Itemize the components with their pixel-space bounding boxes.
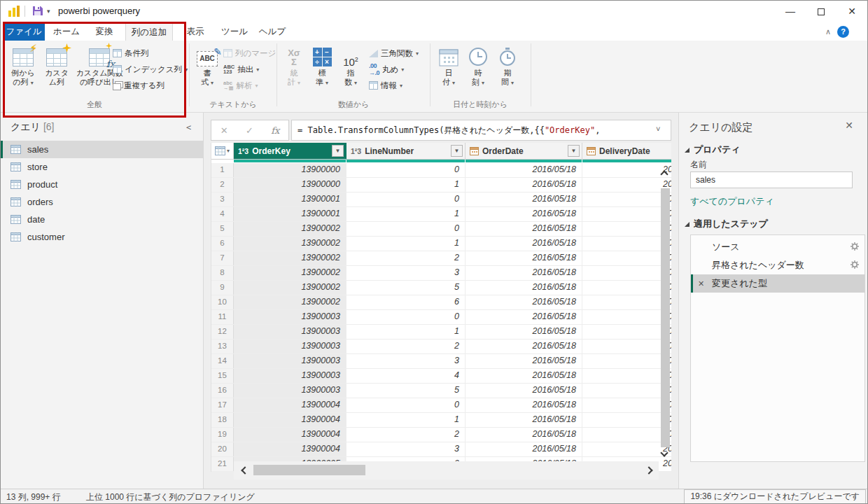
column-header-orderkey[interactable]: 1²3 OrderKey ▼ [234, 143, 346, 160]
trigonometry-button[interactable]: 三角関数 ▾ [369, 46, 419, 60]
table-cell[interactable]: 20 [582, 442, 671, 456]
all-properties-link[interactable]: すべてのプロパティ [690, 195, 774, 208]
table-cell[interactable]: 6 [346, 295, 465, 309]
table-cell[interactable]: 13900003 [234, 310, 346, 324]
applied-step[interactable]: ✕変更された型 [691, 274, 864, 293]
table-cell[interactable]: 2016/05/18 [465, 413, 582, 427]
table-cell[interactable]: 13900003 [234, 384, 346, 398]
table-cell[interactable]: 2016/05/18 [465, 163, 582, 177]
table-cell[interactable]: 2 [346, 340, 465, 354]
row-number[interactable]: 9 [211, 281, 234, 295]
table-cell[interactable]: 13900004 [234, 398, 346, 412]
table-cell[interactable]: 20 [582, 207, 671, 221]
scroll-right-icon[interactable] [645, 466, 652, 474]
table-cell[interactable]: 2016/05/18 [465, 398, 582, 412]
table-cell[interactable]: 3 [346, 354, 465, 368]
table-cell[interactable]: 13900003 [234, 369, 346, 383]
table-cell[interactable]: 20 [582, 163, 671, 177]
tab-file[interactable]: ファイル [3, 22, 45, 41]
minimize-button[interactable]: — [775, 1, 806, 22]
row-number[interactable]: 21 [211, 457, 234, 471]
custom-column-button[interactable]: カスタ ム列 [41, 44, 72, 87]
table-cell[interactable]: 2016/05/18 [465, 354, 582, 368]
table-cell[interactable]: 20 [582, 354, 671, 368]
table-cell[interactable]: 1 [346, 237, 465, 251]
table-cell[interactable]: 20 [582, 325, 671, 339]
fx-icon[interactable]: fx [271, 125, 279, 136]
table-cell[interactable]: 20 [582, 237, 671, 251]
format-button[interactable]: ABC✎ 書 式 ▾ [195, 44, 219, 88]
tab-help[interactable]: ヘルプ [255, 22, 289, 41]
table-cell[interactable]: 2016/05/18 [465, 266, 582, 280]
table-cell[interactable]: 20 [582, 251, 671, 265]
table-cell[interactable]: 2016/05/18 [465, 442, 582, 456]
table-cell[interactable]: 2016/05/18 [465, 295, 582, 309]
table-cell[interactable]: 13900004 [234, 442, 346, 456]
information-button[interactable]: 情報 ▾ [369, 78, 402, 92]
row-number[interactable]: 8 [211, 266, 234, 280]
query-item-product[interactable]: product [1, 176, 203, 193]
collapse-ribbon-icon[interactable]: ∧ [825, 27, 831, 36]
table-cell[interactable]: 2016/05/18 [465, 325, 582, 339]
query-item-orders[interactable]: orders [1, 193, 203, 211]
table-cell[interactable]: 5 [346, 384, 465, 398]
table-cell[interactable]: 3 [346, 266, 465, 280]
row-number[interactable]: 17 [211, 398, 234, 412]
table-cell[interactable]: 2016/05/18 [465, 222, 582, 236]
table-cell[interactable]: 20 [582, 266, 671, 280]
table-cell[interactable]: 2016/05/18 [465, 192, 582, 206]
row-number[interactable]: 7 [211, 251, 234, 265]
table-cell[interactable]: 13900002 [234, 222, 346, 236]
column-from-examples-button[interactable]: ⚡ 例から の列 ▾ [6, 44, 40, 88]
query-name-input[interactable] [690, 172, 853, 188]
formula-input[interactable]: = Table.TransformColumnTypes(昇格されたヘッダー数,… [291, 120, 671, 141]
table-cell[interactable]: 0 [346, 163, 465, 177]
applied-step[interactable]: 昇格されたヘッダー数 [691, 256, 864, 274]
row-number[interactable]: 6 [211, 237, 234, 251]
row-number[interactable]: 3 [211, 192, 234, 206]
query-item-sales[interactable]: sales [1, 141, 203, 158]
vertical-scrollbar[interactable] [659, 163, 671, 461]
table-cell[interactable]: 13900004 [234, 428, 346, 442]
tab-tools[interactable]: ツール [218, 22, 251, 41]
table-cell[interactable]: 1 [346, 178, 465, 192]
select-all-corner[interactable]: ▾ [211, 143, 234, 160]
row-number[interactable]: 13 [211, 340, 234, 354]
table-cell[interactable]: 20 [582, 413, 671, 427]
row-number[interactable]: 16 [211, 384, 234, 398]
tab-add-column[interactable]: 列の追加 [125, 22, 173, 41]
close-pane-icon[interactable]: ✕ [845, 120, 853, 131]
row-number[interactable]: 1 [211, 163, 234, 177]
standard-button[interactable]: +−÷× 標 準 ▾ [310, 44, 334, 88]
table-cell[interactable]: 2 [346, 428, 465, 442]
date-button[interactable]: 日 付 ▾ [436, 44, 461, 88]
table-cell[interactable]: 13900003 [234, 340, 346, 354]
table-cell[interactable]: 2016/05/18 [465, 384, 582, 398]
duration-button[interactable]: 期 間 ▾ [495, 44, 520, 88]
delete-step-icon[interactable]: ✕ [698, 279, 704, 288]
check-icon[interactable]: ✓ [246, 125, 253, 136]
row-number[interactable]: 14 [211, 354, 234, 368]
table-cell[interactable]: 13900002 [234, 251, 346, 265]
row-number[interactable]: 19 [211, 428, 234, 442]
tab-view[interactable]: 表示 [178, 22, 212, 41]
scroll-up-icon[interactable] [660, 170, 668, 178]
filter-dropdown-icon[interactable]: ▼ [332, 145, 344, 157]
table-cell[interactable]: 2016/05/18 [465, 251, 582, 265]
table-cell[interactable]: 13900002 [234, 237, 346, 251]
cancel-icon[interactable]: ✕ [220, 125, 228, 136]
scroll-left-icon[interactable] [241, 466, 248, 474]
column-header-deliverydate[interactable]: DeliveryDate [582, 143, 671, 160]
index-column-button[interactable]: インデックス列 ▾ [113, 62, 188, 76]
time-button[interactable]: 時 刻 ▾ [465, 44, 491, 88]
table-cell[interactable]: 20 [582, 192, 671, 206]
row-number[interactable]: 5 [211, 222, 234, 236]
row-number[interactable]: 20 [211, 442, 234, 456]
expand-formula-icon[interactable]: ˅ [656, 125, 660, 133]
table-cell[interactable]: 20 [582, 178, 671, 192]
table-cell[interactable]: 5 [346, 281, 465, 295]
table-cell[interactable]: 2016/05/18 [465, 207, 582, 221]
table-cell[interactable]: 2 [346, 251, 465, 265]
quick-access-dropdown-icon[interactable]: ▾ [47, 8, 50, 15]
table-cell[interactable]: 0 [346, 398, 465, 412]
